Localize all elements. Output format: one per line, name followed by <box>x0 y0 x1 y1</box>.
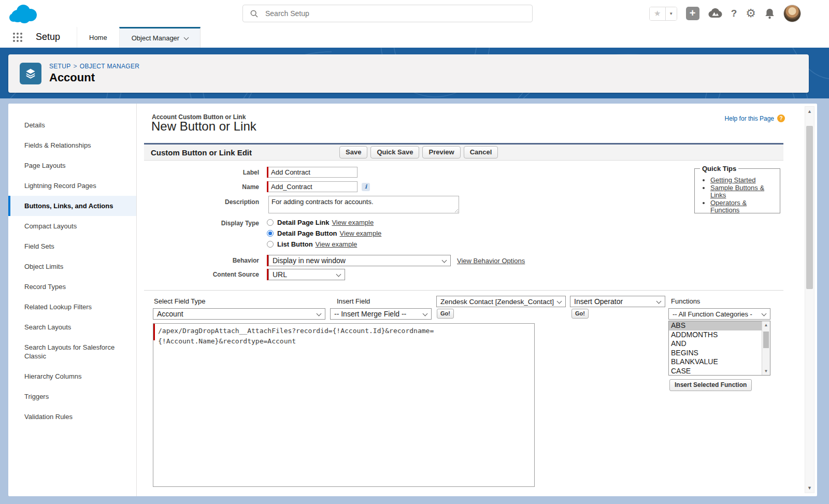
button-url-editor: /apex/DragDropAttach__AttachFiles?record… <box>153 323 535 487</box>
name-input[interactable] <box>268 181 358 192</box>
search-input[interactable] <box>264 9 532 18</box>
app-launcher-icon[interactable] <box>13 33 22 42</box>
function-item-blankvalue[interactable]: BLANKVALUE <box>669 357 770 367</box>
sidebar-item-fields-relationships[interactable]: Fields & Relationships <box>8 135 136 155</box>
trailhead-icon[interactable] <box>708 8 722 19</box>
view-example-link[interactable]: View example <box>340 229 382 237</box>
scrollbar-thumb[interactable] <box>763 332 769 348</box>
sidebar-item-related-lookup-filters[interactable]: Related Lookup Filters <box>8 297 136 317</box>
help-icon[interactable]: ? <box>731 8 737 19</box>
salesforce-setup-screen: ★ ▼ + ? ⚙ Setup Home Object Manage <box>0 0 829 504</box>
scrollbar-thumb[interactable] <box>806 126 813 289</box>
button-url-textarea[interactable]: /apex/DragDropAttach__AttachFiles?record… <box>153 324 534 486</box>
sidebar-item-buttons-links-actions[interactable]: Buttons, Links, and Actions <box>8 196 136 216</box>
listbox-scrollbar[interactable]: ▲ ▼ <box>762 321 770 375</box>
favorites-control[interactable]: ★ ▼ <box>649 7 677 21</box>
insert-selected-function-button[interactable]: Insert Selected Function <box>669 379 752 391</box>
chevron-down-icon <box>442 258 447 263</box>
behavior-select[interactable]: Display in new window <box>268 255 451 266</box>
scroll-down-icon[interactable]: ▼ <box>762 369 770 373</box>
object-manager-icon <box>20 63 41 84</box>
behavior-field-label: Behavior <box>150 257 259 264</box>
radio-unselected-icon[interactable] <box>267 241 274 248</box>
operators-functions-link[interactable]: Operators & Functions <box>710 199 747 214</box>
search-setup-box[interactable] <box>242 5 533 22</box>
field-type-value: Account <box>157 310 183 318</box>
function-category-value: -- All Function Categories - <box>673 310 752 318</box>
function-item-case[interactable]: CASE <box>669 367 770 376</box>
label-input[interactable] <box>268 167 358 178</box>
content-source-selected-value: URL <box>273 270 287 279</box>
getting-started-link[interactable]: Getting Started <box>710 176 755 184</box>
setup-banner: SETUP>OBJECT MANAGER Account <box>0 48 829 98</box>
insert-operator-select[interactable]: Insert Operator <box>570 296 665 307</box>
breadcrumb-setup-link[interactable]: SETUP <box>49 63 71 70</box>
function-item-addmonths[interactable]: ADDMONTHS <box>669 330 770 340</box>
merge-object-select[interactable]: Zendesk Contact [Zendesk_Contact] <box>436 296 566 307</box>
functions-listbox[interactable]: ABS ADDMONTHS AND BEGINS BLANKVALUE CASE… <box>668 321 770 376</box>
sidebar-item-record-types[interactable]: Record Types <box>8 277 136 297</box>
sidebar-item-triggers[interactable]: Triggers <box>8 386 136 407</box>
sidebar-item-details[interactable]: Details <box>8 115 136 135</box>
view-behavior-options-link[interactable]: View Behavior Options <box>457 257 525 265</box>
help-question-icon[interactable]: ? <box>777 114 785 122</box>
view-example-link[interactable]: View example <box>332 219 374 226</box>
insert-operator-go-button[interactable]: Go! <box>571 309 589 319</box>
help-link-label: Help for this Page <box>725 115 774 122</box>
main-scrollbar[interactable]: ▲ ▼ <box>805 106 814 493</box>
chevron-down-icon <box>762 311 767 316</box>
sidebar-item-field-sets[interactable]: Field Sets <box>8 236 136 256</box>
function-item-and[interactable]: AND <box>669 339 770 349</box>
function-item-abs[interactable]: ABS <box>669 321 770 330</box>
global-add-icon[interactable]: + <box>686 7 699 20</box>
field-type-select[interactable]: Account <box>153 308 325 320</box>
breadcrumb-object-manager-link[interactable]: OBJECT MANAGER <box>80 63 139 70</box>
content-source-field: URL <box>267 269 345 280</box>
radio-option-detail-page-button[interactable]: Detail Page Button View example <box>267 228 381 239</box>
sidebar-item-search-layouts[interactable]: Search Layouts <box>8 317 136 337</box>
setup-nav-bar: Setup Home Object Manager <box>0 27 829 48</box>
scroll-up-icon[interactable]: ▲ <box>805 109 814 114</box>
sidebar-item-validation-rules[interactable]: Validation Rules <box>8 407 136 427</box>
sidebar-item-compact-layouts[interactable]: Compact Layouts <box>8 216 136 236</box>
tab-object-manager[interactable]: Object Manager <box>119 27 201 48</box>
sidebar-item-hierarchy-columns[interactable]: Hierarchy Columns <box>8 366 136 386</box>
scroll-up-icon[interactable]: ▲ <box>762 323 770 327</box>
sidebar-item-lightning-record-pages[interactable]: Lightning Record Pages <box>8 176 136 196</box>
star-icon[interactable]: ★ <box>650 7 665 20</box>
preview-button[interactable]: Preview <box>422 146 460 159</box>
content-source-select[interactable]: URL <box>268 269 345 280</box>
save-button[interactable]: Save <box>339 146 367 159</box>
header-actions: ★ ▼ + ? ⚙ <box>649 0 801 27</box>
quick-save-button[interactable]: Quick Save <box>370 146 419 159</box>
scroll-down-icon[interactable]: ▼ <box>805 485 814 491</box>
sidebar-item-object-limits[interactable]: Object Limits <box>8 256 136 277</box>
function-category-select[interactable]: -- All Function Categories - <box>668 308 770 320</box>
display-type-label: Display Type <box>150 220 259 227</box>
radio-option-detail-page-link[interactable]: Detail Page Link View example <box>267 217 381 228</box>
sidebar-item-page-layouts[interactable]: Page Layouts <box>8 155 136 176</box>
cancel-button[interactable]: Cancel <box>464 146 498 159</box>
view-example-link[interactable]: View example <box>316 240 358 248</box>
gear-icon[interactable]: ⚙ <box>746 7 756 20</box>
radio-option-list-button[interactable]: List Button View example <box>267 239 381 250</box>
help-for-this-page-link[interactable]: Help for this Page ? <box>725 114 785 122</box>
function-item-begins[interactable]: BEGINS <box>669 349 770 358</box>
tab-home[interactable]: Home <box>77 27 119 48</box>
user-avatar[interactable] <box>783 5 801 22</box>
radio-unselected-icon[interactable] <box>267 219 274 226</box>
sidebar-item-search-layouts-classic[interactable]: Search Layouts for Salesforce Classic <box>8 337 136 366</box>
insert-merge-field-select[interactable]: -- Insert Merge Field -- <box>330 308 432 320</box>
insert-field-go-button[interactable]: Go! <box>437 309 454 319</box>
radio-label: List Button <box>277 240 313 248</box>
global-header: ★ ▼ + ? ⚙ <box>0 0 829 27</box>
description-textarea[interactable]: For adding contracts for accounts. <box>269 196 459 213</box>
info-icon[interactable]: i <box>362 183 370 191</box>
radio-selected-icon[interactable] <box>267 230 274 237</box>
sample-buttons-links-link[interactable]: Sample Buttons & Links <box>710 184 764 199</box>
chevron-down-icon <box>184 35 189 40</box>
bell-icon[interactable] <box>765 8 775 19</box>
breadcrumb-separator: > <box>74 63 77 70</box>
name-field-label: Name <box>150 183 259 191</box>
favorites-caret-icon[interactable]: ▼ <box>665 7 677 20</box>
